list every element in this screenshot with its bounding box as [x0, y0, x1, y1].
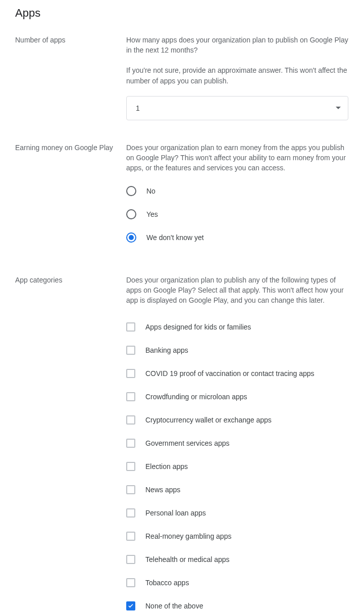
radio-label: No — [146, 186, 155, 196]
page-title: Apps — [15, 5, 349, 21]
radio-option-unknown[interactable]: We don't know yet — [126, 229, 348, 246]
desc-earning: Does your organization plan to earn mone… — [126, 143, 348, 173]
desc-number-of-apps-1: How many apps does your organization pla… — [126, 35, 348, 55]
checkbox-label: Personal loan apps — [145, 508, 206, 518]
checkbox-label: Apps designed for kids or families — [145, 322, 251, 332]
section-earning: Earning money on Google Play Does your o… — [15, 143, 349, 253]
select-number-of-apps[interactable]: 1 — [126, 96, 348, 120]
checkbox-label: Banking apps — [145, 345, 188, 355]
checkbox-option-category[interactable]: Personal loan apps — [126, 501, 348, 525]
desc-app-categories: Does your organization plan to publish a… — [126, 275, 348, 305]
select-value: 1 — [136, 103, 140, 113]
radio-label: Yes — [146, 209, 158, 219]
radio-group-earning: No Yes We don't know yet — [126, 183, 348, 246]
checkbox-option-category[interactable]: Government services apps — [126, 432, 348, 455]
checkbox-option-category[interactable]: COVID 19 proof of vaccination or contact… — [126, 362, 348, 385]
checkbox-icon — [126, 555, 135, 564]
checkbox-label: Telehealth or medical apps — [145, 554, 230, 564]
label-app-categories: App categories — [15, 275, 126, 612]
section-number-of-apps: Number of apps How many apps does your o… — [15, 35, 349, 120]
checkbox-icon — [126, 322, 135, 332]
chevron-down-icon — [336, 107, 341, 109]
label-earning: Earning money on Google Play — [15, 143, 126, 253]
checkbox-option-category[interactable]: Cryptocurrency wallet or exchange apps — [126, 408, 348, 432]
checkbox-option-category[interactable]: Apps designed for kids or families — [126, 315, 348, 339]
checkbox-option-category[interactable]: Telehealth or medical apps — [126, 548, 348, 571]
checkbox-label: COVID 19 proof of vaccination or contact… — [145, 368, 315, 379]
radio-label: We don't know yet — [146, 232, 204, 243]
checkbox-option-category[interactable]: Real-money gambling apps — [126, 525, 348, 548]
checkbox-icon — [126, 439, 135, 448]
radio-icon — [126, 232, 136, 243]
checkbox-icon — [126, 415, 135, 425]
checkbox-group-categories: Apps designed for kids or familiesBankin… — [126, 315, 348, 612]
checkbox-icon — [126, 346, 135, 355]
checkbox-label: News apps — [145, 485, 180, 495]
desc-number-of-apps-2: If you're not sure, provide an approxima… — [126, 65, 348, 85]
radio-option-no[interactable]: No — [126, 183, 348, 199]
checkbox-icon — [126, 532, 135, 541]
checkbox-option-category[interactable]: Banking apps — [126, 339, 348, 362]
checkbox-icon — [126, 578, 135, 587]
checkbox-icon — [126, 462, 135, 471]
checkbox-option-category[interactable]: Crowdfunding or microloan apps — [126, 385, 348, 408]
checkbox-option-category[interactable]: Tobacco apps — [126, 571, 348, 594]
checkbox-icon — [126, 369, 135, 378]
checkbox-label: Cryptocurrency wallet or exchange apps — [145, 415, 272, 425]
label-number-of-apps: Number of apps — [15, 35, 126, 120]
checkbox-label: Government services apps — [145, 438, 230, 448]
checkbox-icon — [126, 601, 135, 610]
checkbox-icon — [126, 485, 135, 494]
checkbox-option-category[interactable]: News apps — [126, 478, 348, 501]
checkbox-icon — [126, 392, 135, 401]
checkbox-option-category[interactable]: Election apps — [126, 455, 348, 478]
radio-icon — [126, 186, 136, 196]
checkbox-option-category[interactable]: None of the above — [126, 594, 348, 612]
checkbox-label: None of the above — [145, 601, 203, 611]
checkbox-label: Election apps — [145, 461, 188, 472]
checkbox-icon — [126, 508, 135, 517]
checkbox-label: Real-money gambling apps — [145, 531, 231, 541]
checkbox-label: Tobacco apps — [145, 578, 189, 588]
radio-option-yes[interactable]: Yes — [126, 206, 348, 222]
radio-icon — [126, 209, 136, 219]
checkbox-label: Crowdfunding or microloan apps — [145, 392, 247, 402]
section-app-categories: App categories Does your organization pl… — [15, 275, 349, 612]
